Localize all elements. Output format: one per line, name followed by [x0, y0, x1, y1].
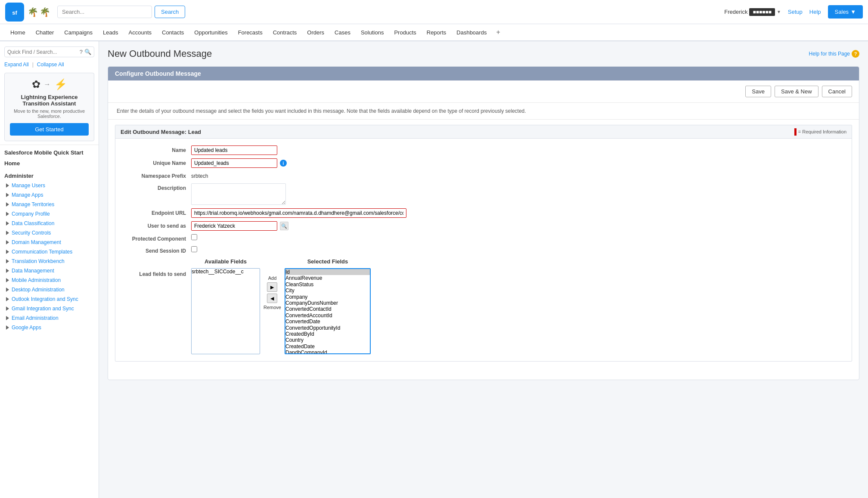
- available-field-item[interactable]: srbtech__SICCode__c: [192, 269, 260, 275]
- input-user-to-send[interactable]: [191, 221, 277, 231]
- sidebar-item-google-apps[interactable]: Google Apps: [0, 323, 99, 332]
- sidebar-item-translation-workbench[interactable]: Translation Workbench: [0, 257, 99, 266]
- selected-field-item[interactable]: CreatedById: [285, 331, 370, 337]
- selected-field-item[interactable]: ConvertedContactId: [285, 306, 370, 312]
- sidebar-item-mobile-administration[interactable]: Mobile Administration: [0, 275, 99, 285]
- user-name-label: Frederick: [724, 9, 747, 15]
- sales-button[interactable]: Sales ▼: [828, 5, 863, 19]
- remove-field-button[interactable]: ◀: [267, 294, 277, 303]
- value-name: [191, 145, 845, 155]
- sidebar-item-communication-templates[interactable]: Communication Templates: [0, 247, 99, 257]
- available-fields-list[interactable]: srbtech__SICCode__c: [191, 268, 260, 354]
- sidebar-item-company-profile[interactable]: Company Profile: [0, 209, 99, 219]
- selected-field-item[interactable]: ConvertedOpportunityId: [285, 325, 370, 331]
- selected-field-item[interactable]: CreatedDate: [285, 343, 370, 350]
- selected-field-item[interactable]: Id: [285, 269, 370, 275]
- nav-leads[interactable]: Leads: [98, 26, 123, 40]
- nav-forecasts[interactable]: Forecasts: [233, 26, 268, 40]
- value-endpoint-url: [191, 208, 845, 218]
- input-name[interactable]: [191, 145, 277, 155]
- lightning-icons: ✿ → ⚡: [10, 78, 89, 90]
- selected-field-item[interactable]: CleanStatus: [285, 281, 370, 288]
- checkbox-send-session-id[interactable]: [191, 246, 197, 252]
- nav-dashboards[interactable]: Dashboards: [451, 26, 492, 40]
- save-and-new-button[interactable]: Save & New: [775, 86, 818, 97]
- lightning-subtitle: Move to the new, more productive Salesfo…: [10, 108, 89, 119]
- checkbox-protected-component[interactable]: [191, 234, 197, 240]
- svg-text:sf: sf: [12, 9, 17, 16]
- sidebar-links: Expand All | Collapse All: [0, 62, 99, 68]
- sidebar-item-desktop-administration[interactable]: Desktop Administration: [0, 285, 99, 294]
- main-content: New Outbound Message Help for this Page …: [99, 41, 868, 498]
- nav-opportunities[interactable]: Opportunities: [189, 26, 232, 40]
- sidebar-item-security-controls[interactable]: Security Controls: [0, 228, 99, 238]
- expand-icon: [6, 259, 9, 263]
- selected-field-item[interactable]: DandbCompanyId: [285, 350, 370, 354]
- edit-section-title: Edit Outbound Message: Lead: [121, 129, 201, 135]
- selected-field-item[interactable]: City: [285, 288, 370, 294]
- selected-field-item[interactable]: CompanyDunsNumber: [285, 300, 370, 306]
- sidebar-item-manage-territories[interactable]: Manage Territories: [0, 200, 99, 209]
- nav-home[interactable]: Home: [5, 26, 31, 40]
- edit-section: Edit Outbound Message: Lead ▐ = Required…: [115, 125, 852, 362]
- help-circle-icon: ?: [852, 50, 859, 58]
- label-unique-name: Unique Name: [122, 158, 191, 166]
- input-description[interactable]: [191, 183, 286, 205]
- value-user-to-send: 🔍: [191, 221, 845, 231]
- nav-contracts[interactable]: Contracts: [268, 26, 302, 40]
- nav-accounts[interactable]: Accounts: [124, 26, 157, 40]
- nav-contacts[interactable]: Contacts: [157, 26, 189, 40]
- sidebar-item-data-classification[interactable]: Data Classification: [0, 219, 99, 228]
- namespace-value: srbtech: [191, 171, 208, 179]
- unique-name-info-icon[interactable]: i: [280, 160, 287, 167]
- selected-field-item[interactable]: Company: [285, 294, 370, 300]
- user-dropdown-chevron[interactable]: ▼: [777, 9, 781, 14]
- selected-field-item[interactable]: AnnualRevenue: [285, 275, 370, 281]
- expand-icon: [6, 288, 9, 292]
- sidebar-item-email-administration[interactable]: Email Administration: [0, 313, 99, 323]
- search-input[interactable]: [57, 6, 152, 18]
- selected-field-item[interactable]: ConvertedDate: [285, 319, 370, 325]
- sidebar-search-input[interactable]: [7, 49, 78, 55]
- setup-link[interactable]: Setup: [788, 9, 803, 15]
- label-user-to-send: User to send as: [122, 221, 191, 229]
- sidebar-item-manage-users[interactable]: Manage Users: [0, 181, 99, 190]
- selected-fields-list[interactable]: Id AnnualRevenue CleanStatus City Compan…: [285, 268, 371, 354]
- expand-all-link[interactable]: Expand All: [4, 62, 29, 68]
- sidebar-item-data-management[interactable]: Data Management: [0, 266, 99, 275]
- value-description: [191, 183, 845, 205]
- search-button[interactable]: Search: [155, 6, 185, 18]
- help-for-page-link[interactable]: Help for this Page ?: [809, 50, 859, 58]
- sidebar-item-manage-apps[interactable]: Manage Apps: [0, 190, 99, 200]
- collapse-all-link[interactable]: Collapse All: [37, 62, 64, 68]
- nav-campaigns[interactable]: Campaigns: [59, 26, 98, 40]
- input-unique-name[interactable]: [191, 158, 277, 168]
- user-lookup-icon[interactable]: 🔍: [280, 222, 288, 230]
- input-endpoint-url[interactable]: [191, 208, 406, 218]
- nav-products[interactable]: Products: [389, 26, 421, 40]
- nav-cases[interactable]: Cases: [329, 26, 356, 40]
- form-row-send-session-id: Send Session ID: [115, 244, 852, 257]
- nav-solutions[interactable]: Solutions: [356, 26, 389, 40]
- get-started-button[interactable]: Get Started: [10, 123, 89, 136]
- nav-chatter[interactable]: Chatter: [31, 26, 59, 40]
- sidebar-item-outlook-integration[interactable]: Outlook Integration and Sync: [0, 294, 99, 304]
- save-button[interactable]: Save: [745, 86, 771, 97]
- sidebar-item-domain-management[interactable]: Domain Management: [0, 238, 99, 247]
- help-link[interactable]: Help: [809, 9, 821, 15]
- sidebar-search-help-icon[interactable]: ?: [80, 49, 83, 55]
- nav-reports[interactable]: Reports: [422, 26, 452, 40]
- sidebar-home[interactable]: Home: [0, 158, 99, 169]
- required-text: = Required Information: [798, 129, 846, 134]
- add-field-button[interactable]: ▶: [267, 282, 277, 292]
- expand-icon: [6, 325, 9, 330]
- cancel-button[interactable]: Cancel: [822, 86, 852, 97]
- selected-field-item[interactable]: ConvertedAccountId: [285, 312, 370, 319]
- nav-add-more[interactable]: +: [492, 25, 504, 40]
- add-label: Add: [268, 275, 277, 281]
- sidebar-search-magnify-icon[interactable]: 🔍: [84, 49, 91, 55]
- salesforce-logo[interactable]: sf: [5, 3, 24, 22]
- selected-field-item[interactable]: Country: [285, 337, 370, 343]
- nav-orders[interactable]: Orders: [302, 26, 329, 40]
- sidebar-item-gmail-integration[interactable]: Gmail Integration and Sync: [0, 304, 99, 313]
